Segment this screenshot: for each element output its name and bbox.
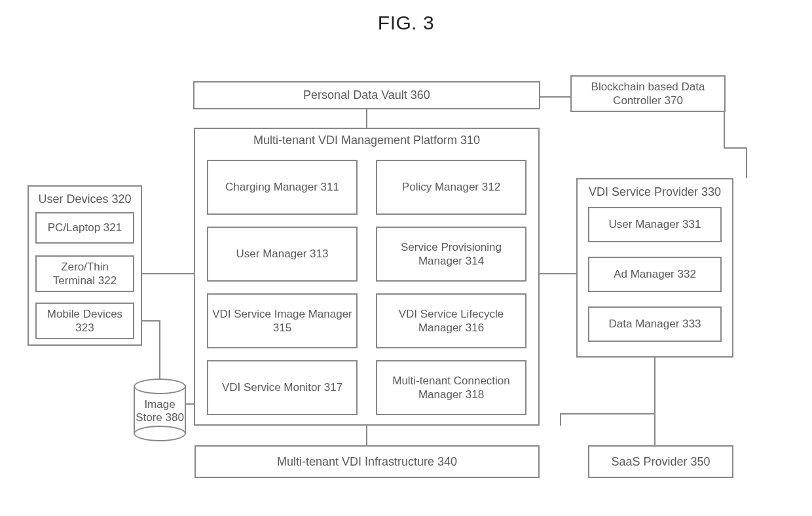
connector (724, 147, 747, 149)
policy-manager-box: Policy Manager 312 (376, 160, 526, 215)
personal-data-vault-box: Personal Data Vault 360 (193, 81, 540, 109)
image-store-cylinder: Image Store 380 (134, 378, 186, 441)
data-manager-label: Data Manager 333 (609, 317, 701, 331)
user-devices-title: User Devices 320 (29, 192, 141, 207)
user-manager-platform-box: User Manager 313 (207, 227, 358, 282)
connector (366, 426, 367, 445)
charging-manager-box: Charging Manager 311 (207, 160, 358, 215)
connector (142, 320, 160, 322)
mobile-devices-label: Mobile Devices 323 (41, 307, 129, 335)
vdi-image-manager-box: VDI Service Image Manager 315 (207, 293, 358, 348)
pc-laptop-label: PC/Laptop 321 (48, 221, 122, 234)
connector (724, 112, 725, 149)
saas-provider-box: SaaS Provider 350 (588, 445, 733, 478)
infrastructure-box: Multi-tenant VDI Infrastructure 340 (194, 445, 540, 478)
connector (159, 320, 160, 381)
data-manager-box: Data Manager 333 (588, 306, 722, 342)
vdi-monitor-label: VDI Service Monitor 317 (222, 380, 342, 394)
provider-user-manager-box: User Manager 331 (588, 207, 722, 242)
ad-manager-box: Ad Manager 332 (588, 257, 722, 292)
connector (185, 403, 194, 405)
connector (560, 413, 561, 426)
figure-stage: FIG. 3 Personal Data Vault 360 Blockchai… (0, 0, 812, 516)
service-provisioning-label: Service Provisioning Manager 314 (381, 240, 521, 268)
saas-provider-label: SaaS Provider 350 (611, 454, 710, 470)
figure-title: FIG. 3 (0, 12, 812, 34)
vdi-lifecycle-box: VDI Service Lifecycle Manager 316 (376, 293, 526, 348)
zero-thin-box: Zero/Thin Terminal 322 (35, 255, 134, 292)
connector (654, 413, 655, 445)
provider-title: VDI Service Provider 330 (578, 185, 732, 200)
vdi-lifecycle-label: VDI Service Lifecycle Manager 316 (381, 307, 521, 335)
vdi-monitor-box: VDI Service Monitor 317 (207, 360, 358, 415)
personal-data-vault-label: Personal Data Vault 360 (303, 88, 430, 103)
connection-manager-label: Multi-tenant Connection Manager 318 (381, 374, 521, 402)
user-manager-platform-label: User Manager 313 (236, 247, 329, 261)
mobile-devices-box: Mobile Devices 323 (35, 303, 134, 339)
policy-manager-label: Policy Manager 312 (402, 180, 500, 194)
connector (540, 273, 576, 274)
connector (142, 273, 194, 274)
connector (746, 147, 747, 178)
ad-manager-label: Ad Manager 332 (614, 267, 696, 281)
vdi-image-manager-label: VDI Service Image Manager 315 (212, 307, 352, 335)
connector (540, 96, 570, 98)
image-store-label: Image Store 380 (134, 398, 186, 425)
service-provisioning-box: Service Provisioning Manager 314 (376, 227, 526, 282)
pc-laptop-box: PC/Laptop 321 (35, 212, 134, 244)
connector (366, 109, 367, 128)
zero-thin-label: Zero/Thin Terminal 322 (41, 260, 129, 288)
connector (560, 413, 655, 415)
blockchain-controller-label: Blockchain based Data Controller 370 (576, 80, 720, 108)
platform-title: Multi-tenant VDI Management Platform 310 (195, 133, 538, 148)
infrastructure-label: Multi-tenant VDI Infrastructure 340 (277, 454, 457, 470)
blockchain-controller-box: Blockchain based Data Controller 370 (570, 75, 726, 112)
charging-manager-label: Charging Manager 311 (225, 180, 339, 194)
connector (654, 358, 655, 415)
connection-manager-box: Multi-tenant Connection Manager 318 (376, 360, 526, 415)
provider-user-manager-label: User Manager 331 (609, 217, 701, 231)
